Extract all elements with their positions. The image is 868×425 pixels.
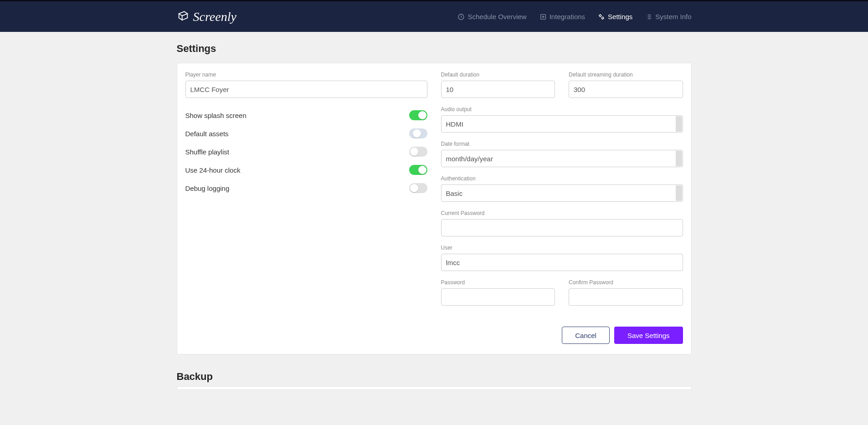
svg-point-2 — [599, 15, 601, 16]
nav-label: Settings — [608, 13, 632, 20]
date-format-select[interactable]: month/day/year — [441, 150, 683, 167]
audio-output-label: Audio output — [441, 106, 683, 113]
default-assets-toggle[interactable] — [409, 128, 427, 138]
main-nav: Schedule Overview Integrations Settings … — [457, 13, 691, 20]
user-input[interactable] — [441, 254, 683, 271]
save-settings-button[interactable]: Save Settings — [614, 327, 683, 344]
confirm-password-input[interactable] — [569, 288, 683, 306]
current-password-input[interactable] — [441, 219, 683, 236]
nav-schedule-overview[interactable]: Schedule Overview — [457, 13, 526, 20]
list-icon — [645, 13, 652, 20]
authentication-select[interactable]: Basic — [441, 184, 683, 202]
clock-icon — [457, 13, 465, 20]
use-24h-toggle[interactable] — [409, 165, 427, 175]
current-password-label: Current Password — [441, 210, 683, 216]
logo[interactable]: Screenly — [177, 10, 236, 24]
show-splash-toggle[interactable] — [409, 110, 427, 120]
default-streaming-duration-label: Default streaming duration — [569, 72, 683, 78]
authentication-label: Authentication — [441, 175, 683, 182]
debug-logging-label: Debug logging — [185, 184, 230, 192]
cancel-button[interactable]: Cancel — [562, 327, 610, 344]
plus-square-icon — [539, 13, 547, 20]
topbar: Screenly Schedule Overview Integrations … — [0, 0, 868, 32]
use-24h-label: Use 24-hour clock — [185, 166, 241, 174]
shuffle-playlist-toggle[interactable] — [409, 147, 427, 157]
nav-integrations[interactable]: Integrations — [539, 13, 585, 20]
default-duration-label: Default duration — [441, 72, 555, 78]
nav-label: Schedule Overview — [467, 13, 526, 20]
nav-label: System Info — [655, 13, 691, 20]
default-assets-label: Default assets — [185, 130, 229, 138]
debug-logging-toggle[interactable] — [409, 183, 427, 193]
audio-output-select[interactable]: HDMI — [441, 115, 683, 133]
date-format-label: Date format — [441, 141, 683, 147]
password-input[interactable] — [441, 288, 555, 306]
backup-panel — [177, 386, 692, 390]
svg-point-3 — [602, 17, 604, 19]
logo-icon — [177, 10, 190, 23]
nav-settings[interactable]: Settings — [598, 13, 632, 20]
password-label: Password — [441, 279, 555, 286]
user-label: User — [441, 245, 683, 251]
shuffle-playlist-label: Shuffle playlist — [185, 148, 229, 156]
show-splash-label: Show splash screen — [185, 112, 247, 119]
nav-system-info[interactable]: System Info — [645, 13, 691, 20]
settings-panel: Player name Show splash screen Default a… — [177, 63, 692, 354]
confirm-password-label: Confirm Password — [569, 279, 683, 286]
nav-label: Integrations — [550, 13, 585, 20]
gears-icon — [598, 13, 605, 20]
backup-title: Backup — [177, 371, 692, 383]
default-streaming-duration-input[interactable] — [569, 81, 683, 98]
player-name-label: Player name — [185, 72, 427, 78]
default-duration-input[interactable] — [441, 81, 555, 98]
page-title: Settings — [177, 43, 692, 55]
logo-text: Screenly — [193, 10, 236, 24]
player-name-input[interactable] — [185, 81, 427, 98]
